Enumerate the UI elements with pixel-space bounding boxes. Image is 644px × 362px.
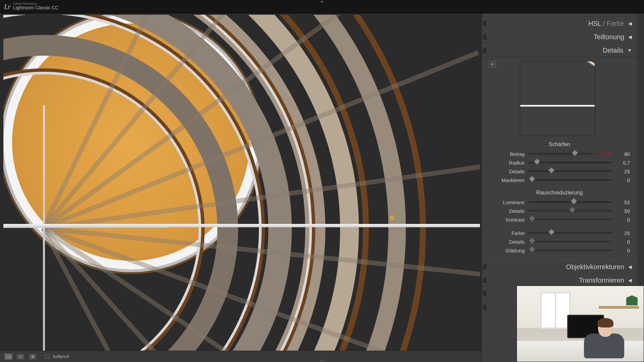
- slider-track[interactable]: [528, 241, 612, 243]
- slider-value[interactable]: 80: [615, 151, 630, 157]
- detail-target-picker-icon[interactable]: ⊕: [489, 61, 496, 68]
- slider-label: Glättung: [489, 248, 525, 253]
- collapse-left-icon: ◀: [628, 264, 632, 269]
- expand-down-icon: ▼: [627, 48, 632, 53]
- panel-switch-icon[interactable]: [483, 264, 486, 269]
- collapse-left-icon: ◀: [628, 34, 632, 40]
- slider-label: Details: [489, 169, 525, 174]
- softproof-label: Softproof: [53, 354, 69, 359]
- details-panel-body: ⊕ ▾ Schä: [482, 57, 637, 260]
- slider-track[interactable]: [528, 232, 612, 234]
- webcam-overlay: [517, 286, 644, 362]
- detail-preview-thumbnail[interactable]: [520, 61, 595, 136]
- view-compare-button[interactable]: ▯▯: [16, 353, 25, 360]
- panel-switch-icon[interactable]: [483, 34, 486, 40]
- collapse-left-icon: ◀: [628, 21, 632, 26]
- slider-label: Betrag: [489, 151, 525, 157]
- slider-label: Details: [489, 208, 525, 214]
- slider-value[interactable]: 0: [615, 239, 630, 245]
- slider-track[interactable]: [528, 219, 612, 221]
- panel-details-label: Details: [603, 47, 623, 54]
- panel-teiltonung[interactable]: Teiltonung ◀: [482, 30, 637, 44]
- slider-label: Details: [489, 239, 525, 245]
- slider-betrag[interactable]: Betrag 80: [489, 149, 630, 158]
- slider-track[interactable]: [528, 170, 612, 172]
- slider-details-sharpen[interactable]: Details 25: [489, 167, 630, 176]
- hand-cursor-icon: [389, 215, 394, 220]
- slider-label: Radius: [489, 160, 525, 166]
- image-viewer: ▭ ▯▯ ▤ Softproof: [0, 13, 481, 362]
- slider-glaettung[interactable]: Glättung 0: [489, 246, 630, 255]
- slider-value[interactable]: 25: [615, 230, 630, 236]
- panel-objektiv-label: Objektivkorrekturen: [566, 263, 624, 271]
- panel-switch-icon[interactable]: [483, 21, 486, 26]
- slider-track[interactable]: [528, 249, 612, 251]
- slider-label: Maskieren: [489, 177, 525, 183]
- panel-gradationskurve[interactable]: [482, 13, 637, 17]
- view-loupe-button[interactable]: ▭: [4, 353, 13, 360]
- panel-switch-icon[interactable]: [483, 305, 486, 310]
- panel-teiltonung-label: Teiltonung: [594, 33, 624, 41]
- slider-value[interactable]: 25: [615, 169, 630, 174]
- slider-value[interactable]: 0: [615, 248, 630, 253]
- slider-value[interactable]: 0: [615, 217, 630, 223]
- slider-value[interactable]: 50: [615, 208, 630, 214]
- slider-details-luminanz[interactable]: Details 50: [489, 206, 630, 215]
- slider-value[interactable]: 0,7: [615, 160, 630, 166]
- slider-label: Luminanz: [489, 199, 525, 205]
- slider-track[interactable]: [528, 153, 612, 155]
- slider-label: Kontrast: [489, 217, 525, 223]
- slider-track[interactable]: [528, 179, 612, 181]
- slider-label: Farbe: [489, 230, 525, 236]
- app-name: Lightroom Classic CC: [13, 5, 58, 10]
- panel-hsl-label-b: Farbe: [607, 20, 624, 27]
- slider-farbe[interactable]: Farbe 25: [489, 229, 630, 237]
- slider-radius[interactable]: Radius 0,7: [489, 158, 630, 167]
- top-panel-handle-icon[interactable]: [320, 1, 324, 3]
- panel-switch-icon[interactable]: [483, 48, 486, 53]
- collapse-left-icon: ◀: [628, 278, 632, 283]
- slider-track[interactable]: [528, 162, 612, 164]
- panel-switch-icon[interactable]: [483, 278, 486, 283]
- panel-hsl-sep: /: [601, 20, 607, 27]
- panel-details[interactable]: Details ▼: [482, 44, 637, 57]
- panel-objektivkorrekturen[interactable]: Objektivkorrekturen ◀: [482, 260, 637, 274]
- bottom-panel-handle-icon[interactable]: [320, 359, 324, 361]
- image-canvas[interactable]: [3, 15, 480, 351]
- noise-heading: Rauschreduzierung: [489, 190, 630, 196]
- panel-hsl-label-a: HSL: [588, 20, 601, 27]
- softproof-checkbox[interactable]: [45, 355, 49, 359]
- slider-track[interactable]: [528, 201, 612, 203]
- slider-value[interactable]: 0: [615, 177, 630, 183]
- title-bar: Lr Adobe Photoshop Lightroom Classic CC: [0, 0, 644, 13]
- view-survey-button[interactable]: ▤: [28, 353, 37, 360]
- viewer-toolbar: ▭ ▯▯ ▤ Softproof: [0, 351, 481, 362]
- sharpen-heading: Schärfen: [489, 141, 630, 147]
- panel-hsl-farbe[interactable]: HSL / Farbe ◀: [482, 17, 637, 30]
- slider-details-farbe[interactable]: Details 0: [489, 237, 630, 246]
- panel-switch-icon[interactable]: [483, 291, 486, 296]
- slider-value[interactable]: 52: [615, 199, 630, 205]
- app-logo: Lr: [4, 2, 10, 11]
- panel-transformieren[interactable]: Transformieren ◀: [482, 274, 637, 287]
- slider-luminanz[interactable]: Luminanz 52: [489, 198, 630, 206]
- slider-kontrast[interactable]: Kontrast 0: [489, 215, 630, 224]
- slider-maskieren[interactable]: Maskieren 0: [489, 176, 630, 184]
- slider-track[interactable]: [528, 210, 612, 212]
- panel-transform-label: Transformieren: [579, 277, 624, 284]
